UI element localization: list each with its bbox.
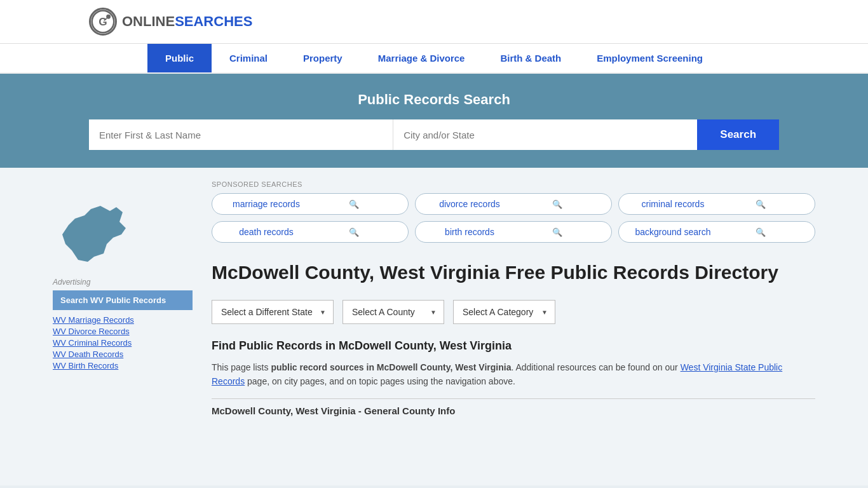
- sidebar-link-birth[interactable]: WV Birth Records: [53, 361, 193, 370]
- search-button[interactable]: Search: [697, 119, 779, 150]
- name-input[interactable]: [89, 119, 393, 150]
- state-dropdown[interactable]: Select a Different State: [212, 300, 334, 324]
- nav-public[interactable]: Public: [147, 44, 212, 72]
- state-dropdown-wrapper: Select a Different State: [212, 300, 334, 324]
- nav-property[interactable]: Property: [285, 44, 360, 72]
- header: G ONLINESEARCHES: [0, 0, 868, 44]
- advertising-label: Advertising: [53, 278, 193, 287]
- sidebar-link-criminal[interactable]: WV Criminal Records: [53, 338, 193, 348]
- sidebar-link-death[interactable]: WV Death Records: [53, 349, 193, 359]
- pill-divorce[interactable]: divorce records 🔍: [415, 193, 612, 215]
- dropdowns-row: Select a Different State Select A County…: [212, 300, 815, 324]
- state-map-image: [53, 193, 193, 271]
- logo: G ONLINESEARCHES: [89, 8, 252, 36]
- logo-online: ONLINE: [122, 13, 175, 29]
- main-nav: Public Criminal Property Marriage & Divo…: [0, 44, 868, 74]
- pill-marriage-label: marriage records: [222, 199, 310, 209]
- logo-searches: SEARCHES: [175, 13, 252, 29]
- desc-bold: public record sources in McDowell County…: [271, 362, 511, 372]
- desc-part1: This page lists: [212, 362, 271, 372]
- pill-death-label: death records: [222, 227, 310, 237]
- description-text: This page lists public record sources in…: [212, 360, 815, 389]
- county-dropdown[interactable]: Select A County: [342, 300, 444, 324]
- search-banner: Public Records Search Search: [0, 74, 868, 168]
- sidebar-link-divorce[interactable]: WV Divorce Records: [53, 327, 193, 336]
- content-area: SPONSORED SEARCHES marriage records 🔍 di…: [193, 168, 815, 429]
- pill-criminal[interactable]: criminal records 🔍: [618, 193, 815, 215]
- search-icon-death: 🔍: [310, 227, 398, 237]
- sponsored-label: SPONSORED SEARCHES: [212, 180, 815, 188]
- nav-marriage-divorce[interactable]: Marriage & Divorce: [360, 44, 483, 72]
- search-icon-criminal: 🔍: [717, 200, 804, 209]
- desc-part2: . Additional resources can be found on o…: [511, 362, 680, 372]
- sidebar: Advertising Search WV Public Records WV …: [53, 168, 193, 429]
- search-icon-birth: 🔍: [513, 227, 601, 237]
- svg-point-2: [106, 15, 111, 19]
- search-form: Search: [89, 119, 779, 150]
- search-icon-background: 🔍: [717, 227, 804, 237]
- sidebar-link-marriage[interactable]: WV Marriage Records: [53, 315, 193, 325]
- sidebar-links: WV Marriage Records WV Divorce Records W…: [53, 315, 193, 370]
- search-banner-title: Public Records Search: [89, 92, 779, 108]
- pill-birth[interactable]: birth records 🔍: [415, 221, 612, 243]
- logo-text: ONLINESEARCHES: [122, 13, 252, 30]
- location-input[interactable]: [393, 119, 697, 150]
- section-divider: [212, 398, 815, 399]
- pill-death[interactable]: death records 🔍: [212, 221, 409, 243]
- nav-employment[interactable]: Employment Screening: [579, 44, 721, 72]
- find-heading: Find Public Records in McDowell County, …: [212, 339, 815, 353]
- general-info-heading: McDowell County, West Virginia - General…: [212, 405, 815, 416]
- pill-background-label: background search: [629, 227, 717, 237]
- page-title-block: McDowell County, West Virginia Free Publ…: [212, 261, 778, 285]
- svg-text:G: G: [98, 15, 107, 28]
- pill-divorce-label: divorce records: [426, 199, 513, 209]
- category-dropdown[interactable]: Select A Category: [453, 300, 555, 324]
- sponsored-grid: marriage records 🔍 divorce records 🔍 cri…: [212, 193, 815, 243]
- pill-birth-label: birth records: [426, 227, 513, 237]
- pill-criminal-label: criminal records: [629, 199, 717, 209]
- wv-state-shape: [53, 193, 135, 269]
- county-dropdown-wrapper: Select A County: [342, 300, 444, 324]
- sidebar-ad-box[interactable]: Search WV Public Records: [53, 290, 193, 310]
- logo-icon: G: [89, 8, 117, 36]
- category-dropdown-wrapper: Select A Category: [453, 300, 555, 324]
- desc-part3: page, on city pages, and on topic pages …: [245, 376, 515, 386]
- nav-criminal[interactable]: Criminal: [212, 44, 285, 72]
- nav-birth-death[interactable]: Birth & Death: [482, 44, 579, 72]
- main-layout: Advertising Search WV Public Records WV …: [40, 168, 828, 429]
- pill-background[interactable]: background search 🔍: [618, 221, 815, 243]
- page-title: McDowell County, West Virginia Free Publ…: [212, 261, 778, 285]
- pill-marriage[interactable]: marriage records 🔍: [212, 193, 409, 215]
- page-title-row: McDowell County, West Virginia Free Publ…: [212, 261, 815, 285]
- search-icon-marriage: 🔍: [310, 200, 398, 209]
- search-icon-divorce: 🔍: [513, 200, 601, 209]
